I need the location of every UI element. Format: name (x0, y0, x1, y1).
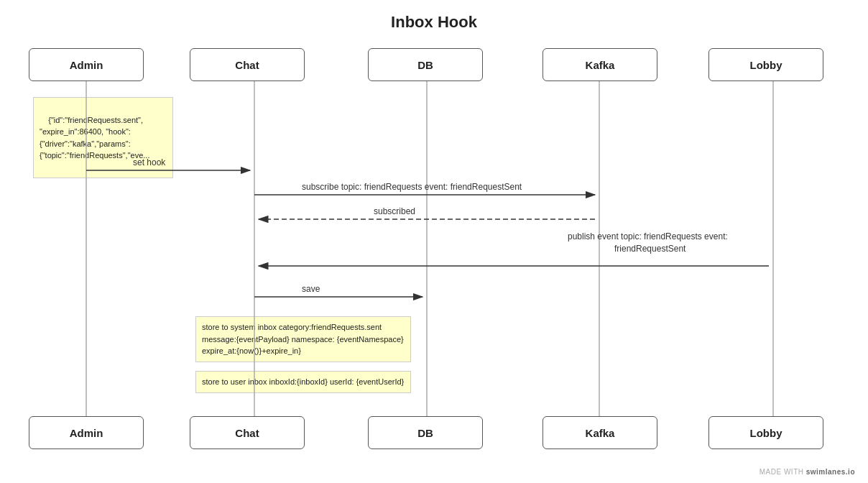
action-box-user-inbox: store to user inbox inboxId:{inboxId} us… (195, 371, 411, 393)
svg-text:publish event topic: friendReq: publish event topic: friendRequests even… (568, 231, 728, 242)
admin-note-box: {"id":"friendRequests.sent", "expire_in"… (33, 97, 173, 178)
svg-text:save: save (302, 284, 320, 294)
watermark: MADE WITH swimlanes.io (760, 468, 855, 476)
svg-text:subscribed: subscribed (374, 206, 415, 216)
lane-admin-top: Admin (29, 48, 144, 81)
diagram-title: Inbox Hook (0, 0, 868, 32)
lane-db-bottom: DB (368, 416, 483, 449)
action-box-system-inbox: store to system inbox category:friendReq… (195, 316, 411, 362)
lane-db-top: DB (368, 48, 483, 81)
svg-text:friendRequestSent: friendRequestSent (614, 244, 686, 254)
lane-chat-top: Chat (190, 48, 305, 81)
lane-kafka-top: Kafka (542, 48, 657, 81)
diagram-container: Inbox Hook Admin Chat DB Kafka Lobby Adm… (0, 0, 868, 483)
lane-chat-bottom: Chat (190, 416, 305, 449)
lane-admin-bottom: Admin (29, 416, 144, 449)
lane-lobby-bottom: Lobby (708, 416, 823, 449)
svg-text:subscribe topic: friendRequest: subscribe topic: friendRequests event: f… (302, 182, 522, 192)
lane-lobby-top: Lobby (708, 48, 823, 81)
lane-kafka-bottom: Kafka (542, 416, 657, 449)
